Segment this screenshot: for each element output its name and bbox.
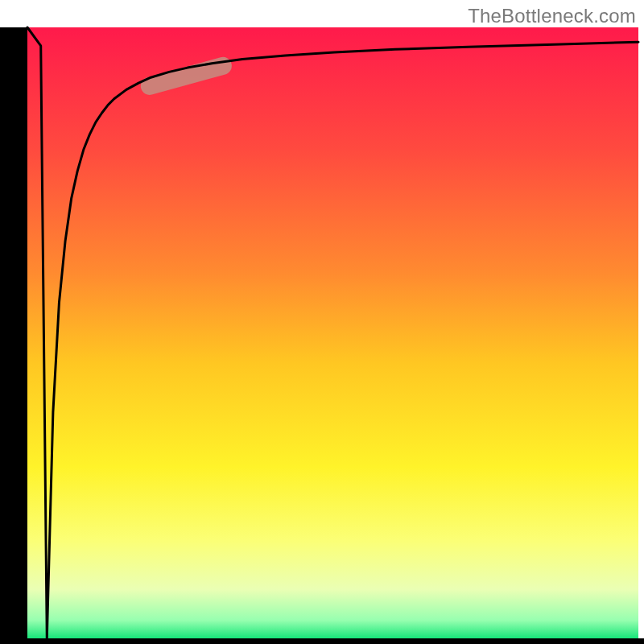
chart-frame: TheBottleneck.com [0, 0, 644, 644]
y-axis-band [0, 27, 27, 644]
x-axis-band [0, 638, 644, 644]
bottleneck-chart [0, 0, 644, 644]
plot-background [27, 27, 638, 638]
